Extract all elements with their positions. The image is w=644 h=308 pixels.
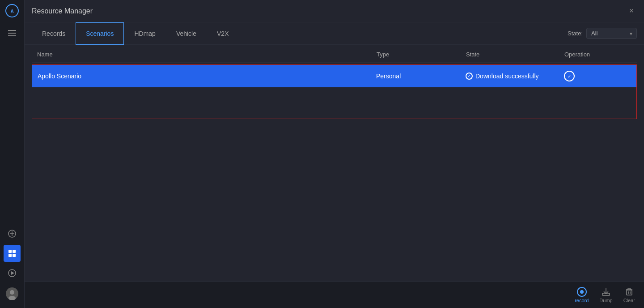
tab-v2x[interactable]: V2X (207, 22, 239, 45)
svg-text:A: A (10, 9, 13, 14)
svg-marker-13 (11, 271, 14, 275)
tabs-row: Records Scenarios HDmap Vehicle V2X Stat… (25, 22, 644, 45)
col-name: Name (37, 51, 377, 58)
table-row[interactable]: Apollo Scenario Personal ✓ Download succ… (32, 65, 636, 87)
record-icon (577, 287, 587, 297)
state-filter: State: All Downloaded Pending ▼ (568, 28, 637, 39)
svg-rect-9 (13, 250, 16, 253)
table-container: Name Type State Operation Apollo Scenari… (25, 45, 644, 281)
svg-rect-3 (8, 33, 16, 34)
row-name: Apollo Scenario (38, 73, 376, 80)
bottombar: record Dump Clear (25, 281, 644, 308)
close-button[interactable]: × (626, 6, 637, 17)
main-content: Resource Manager × Records Scenarios HDm… (25, 0, 644, 308)
tab-hdmap[interactable]: HDmap (124, 22, 165, 45)
page-title: Resource Manager (32, 7, 93, 15)
svg-rect-10 (8, 254, 12, 257)
sidebar: A (0, 0, 25, 308)
dump-icon (601, 287, 611, 297)
sidebar-item-add[interactable] (4, 225, 21, 242)
svg-point-15 (10, 290, 14, 295)
sidebar-item-resource[interactable] (4, 245, 21, 262)
row-type: Personal (376, 73, 466, 80)
svg-rect-2 (8, 30, 16, 31)
operation-done-icon[interactable]: ✓ (564, 71, 575, 81)
svg-rect-8 (8, 250, 12, 253)
record-button[interactable]: record (575, 287, 589, 303)
tab-vehicle[interactable]: Vehicle (166, 22, 207, 45)
user-avatar[interactable] (6, 287, 18, 300)
state-select-wrapper: All Downloaded Pending ▼ (586, 28, 637, 39)
svg-rect-4 (8, 35, 16, 36)
check-circle-icon: ✓ (466, 73, 473, 80)
empty-area (32, 87, 636, 119)
tab-scenarios[interactable]: Scenarios (76, 22, 124, 45)
svg-rect-11 (13, 254, 16, 257)
table-header: Name Type State Operation (32, 47, 637, 63)
apollo-logo: A (5, 4, 19, 18)
col-type: Type (377, 51, 466, 58)
col-operation: Operation (564, 51, 631, 58)
sidebar-item-play[interactable] (4, 265, 21, 282)
clear-button[interactable]: Clear (623, 287, 635, 303)
sidebar-bottom (4, 263, 21, 304)
tab-records[interactable]: Records (32, 22, 76, 45)
dump-button[interactable]: Dump (599, 287, 612, 303)
row-state: ✓ Download successfully (466, 73, 564, 80)
table-body: Apollo Scenario Personal ✓ Download succ… (32, 64, 637, 119)
clear-icon (624, 287, 634, 297)
col-state: State (466, 51, 564, 58)
sidebar-item-menu[interactable] (4, 25, 21, 42)
svg-rect-19 (627, 290, 632, 295)
row-operation: ✓ (564, 71, 631, 81)
topbar: Resource Manager × (25, 0, 644, 22)
state-select[interactable]: All Downloaded Pending (586, 28, 637, 39)
state-label: State: (568, 30, 583, 37)
